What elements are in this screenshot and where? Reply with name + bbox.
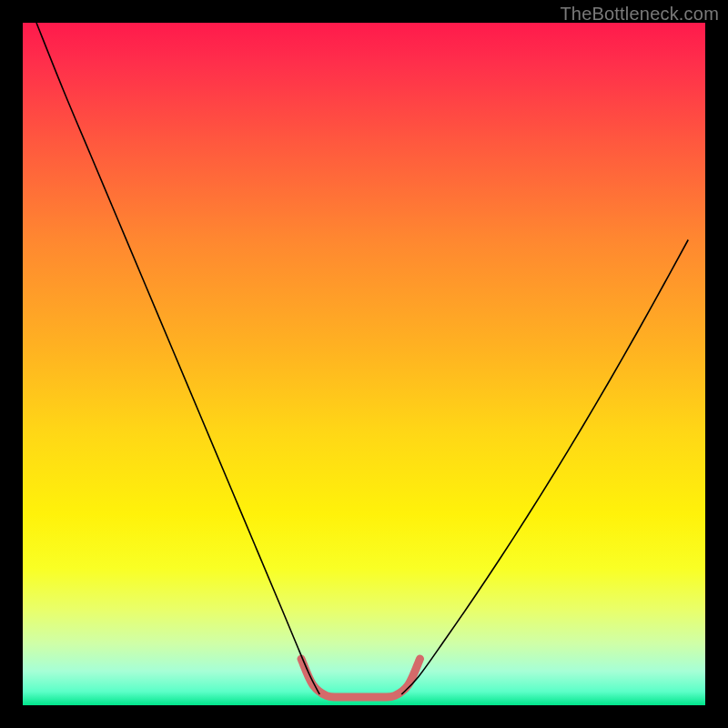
- curves-layer: [23, 23, 705, 705]
- chart-frame: TheBottleneck.com: [0, 0, 728, 728]
- bottleneck-highlight-path: [301, 659, 420, 697]
- plot-area: [23, 23, 705, 705]
- watermark-text: TheBottleneck.com: [560, 4, 719, 25]
- right-branch-path: [401, 240, 688, 695]
- left-branch-path: [36, 23, 319, 694]
